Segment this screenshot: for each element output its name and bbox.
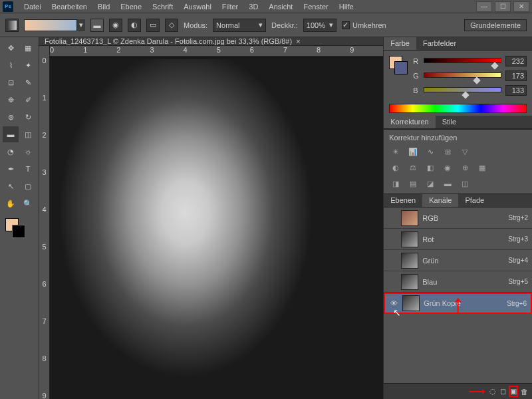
stamp-tool-icon[interactable]: ⊛ (3, 109, 19, 125)
b-slider[interactable] (424, 87, 501, 94)
radial-gradient-icon[interactable]: ◉ (109, 19, 122, 32)
canvas[interactable] (50, 57, 383, 399)
b-value[interactable]: 133 (505, 85, 527, 96)
visibility-icon[interactable] (388, 256, 397, 265)
brightness-icon[interactable]: ☀ (389, 146, 402, 158)
menu-datei[interactable]: Datei (19, 1, 47, 13)
channel-thumbnail (401, 231, 418, 247)
channel-row-rgb[interactable]: RGB Strg+2 (384, 207, 532, 229)
blur-tool-icon[interactable]: ◔ (3, 144, 19, 160)
menu-fenster[interactable]: Fenster (298, 1, 333, 13)
menu-auswahl[interactable]: Auswahl (178, 1, 217, 13)
threshold-icon[interactable]: ◪ (424, 178, 437, 190)
diamond-gradient-icon[interactable]: ◇ (165, 19, 178, 32)
essentials-button[interactable]: Grundelemente (464, 19, 527, 31)
linear-gradient-icon[interactable]: ▬ (90, 19, 104, 32)
angle-gradient-icon[interactable]: ◐ (128, 19, 141, 32)
lasso-tool-icon[interactable]: ⌇ (3, 57, 19, 73)
mode-dropdown[interactable]: Normal▾ (213, 19, 266, 32)
selection-tool-icon[interactable]: ▦ (20, 40, 36, 56)
eraser-tool-icon[interactable]: ◫ (20, 126, 36, 142)
brush-tool-icon[interactable]: ✐ (20, 92, 36, 108)
tab-korrekturen[interactable]: Korrekturen (384, 116, 435, 128)
delete-channel-icon[interactable]: 🗑 (521, 388, 528, 396)
crop-tool-icon[interactable]: ⊡ (3, 74, 19, 90)
channel-row-rot[interactable]: Rot Strg+3 (384, 229, 532, 250)
gradient-picker-button[interactable]: ▾ (77, 19, 85, 31)
load-selection-icon[interactable]: ◌ (489, 387, 496, 396)
hue-icon[interactable]: ◐ (389, 162, 402, 174)
menu-3d[interactable]: 3D (243, 1, 263, 13)
spectrum-bar[interactable] (389, 104, 527, 113)
new-channel-icon[interactable]: ▣ (510, 387, 517, 396)
balance-icon[interactable]: ⚖ (406, 162, 420, 174)
channel-row-gruen-kopie[interactable]: 👁 Grün Kopie Strg+6 ↖ (384, 293, 532, 314)
tab-pfade[interactable]: Pfade (458, 194, 491, 207)
menu-schrift[interactable]: Schrift (147, 1, 178, 13)
lookup-icon[interactable]: ▦ (475, 162, 489, 174)
menu-bearbeiten[interactable]: Bearbeiten (47, 1, 92, 13)
channel-mixer-icon[interactable]: ⊕ (458, 162, 471, 174)
panel-bg-swatch[interactable] (394, 61, 408, 74)
curves-icon[interactable]: ∿ (424, 146, 437, 158)
tab-ebenen[interactable]: Ebenen (384, 194, 422, 207)
wand-tool-icon[interactable]: ✦ (20, 57, 36, 73)
document-tab[interactable]: Fotolia_12463713_L © Zdenka Darula - Fot… (39, 37, 383, 46)
r-value[interactable]: 232 (505, 56, 527, 66)
background-swatch[interactable] (12, 225, 25, 238)
invert-icon[interactable]: ◨ (389, 178, 402, 190)
g-value[interactable]: 173 (505, 70, 527, 81)
pen-tool-icon[interactable]: ✒ (3, 161, 19, 177)
menu-ansicht[interactable]: Ansicht (263, 1, 298, 13)
path-tool-icon[interactable]: ↖ (3, 178, 19, 194)
menu-bild[interactable]: Bild (92, 1, 115, 13)
menu-hilfe[interactable]: Hilfe (334, 1, 359, 13)
tab-kanaele[interactable]: Kanäle (422, 194, 458, 207)
hand-tool-icon[interactable]: ✋ (3, 196, 19, 211)
titlebar: Ps Datei Bearbeiten Bild Ebene Schrift A… (0, 0, 532, 13)
reverse-checkbox[interactable]: ✓Umkehren (342, 21, 386, 29)
bw-icon[interactable]: ◧ (424, 162, 437, 174)
close-tab-icon[interactable]: × (296, 37, 300, 45)
shape-tool-icon[interactable]: ▢ (20, 178, 36, 194)
save-selection-icon[interactable]: ◻ (500, 387, 506, 396)
tab-farbe[interactable]: Farbe (384, 37, 416, 50)
visibility-icon[interactable] (388, 277, 397, 287)
photo-filter-icon[interactable]: ◉ (441, 162, 454, 174)
r-slider[interactable] (424, 58, 501, 65)
selective-icon[interactable]: ◫ (458, 178, 471, 190)
close-button[interactable]: ✕ (513, 1, 529, 12)
history-brush-icon[interactable]: ↻ (20, 109, 36, 125)
visibility-icon[interactable] (388, 235, 397, 244)
dodge-tool-icon[interactable]: ☼ (20, 144, 36, 160)
channel-thumbnail (402, 295, 420, 311)
channel-row-gruen[interactable]: Grün Strg+4 (384, 250, 532, 271)
tab-stile[interactable]: Stile (436, 116, 463, 128)
menubar: Datei Bearbeiten Bild Ebene Schrift Ausw… (19, 1, 359, 13)
exposure-icon[interactable]: ⊞ (441, 146, 454, 158)
gradient-tool-icon[interactable] (5, 19, 19, 32)
zoom-tool-icon[interactable]: 🔍 (20, 196, 36, 211)
move-tool-icon[interactable]: ✥ (3, 40, 19, 56)
minimize-button[interactable]: — (476, 1, 492, 12)
gradient-map-icon[interactable]: ▬ (441, 178, 454, 190)
eyedropper-tool-icon[interactable]: ✎ (20, 74, 36, 90)
gradient-preview[interactable] (24, 19, 77, 31)
maximize-button[interactable]: ☐ (495, 1, 511, 12)
gradient-tool-icon[interactable]: ▬ (3, 126, 19, 142)
reflected-gradient-icon[interactable]: ▭ (146, 19, 160, 32)
vibrance-icon[interactable]: ▽ (458, 146, 471, 158)
posterize-icon[interactable]: ▤ (406, 178, 420, 190)
menu-ebene[interactable]: Ebene (115, 1, 147, 13)
tab-farbfelder[interactable]: Farbfelder (416, 37, 463, 50)
type-tool-icon[interactable]: T (20, 161, 36, 177)
opacity-dropdown[interactable]: 100%▾ (303, 19, 336, 32)
visibility-icon[interactable]: 👁 (389, 299, 398, 308)
levels-icon[interactable]: 📊 (406, 146, 420, 158)
channel-row-blau[interactable]: Blau Strg+5 (384, 271, 532, 293)
heal-tool-icon[interactable]: ❉ (3, 92, 19, 108)
visibility-icon[interactable] (388, 213, 397, 223)
color-swatches[interactable] (3, 218, 36, 245)
g-slider[interactable] (424, 72, 501, 79)
menu-filter[interactable]: Filter (217, 1, 243, 13)
